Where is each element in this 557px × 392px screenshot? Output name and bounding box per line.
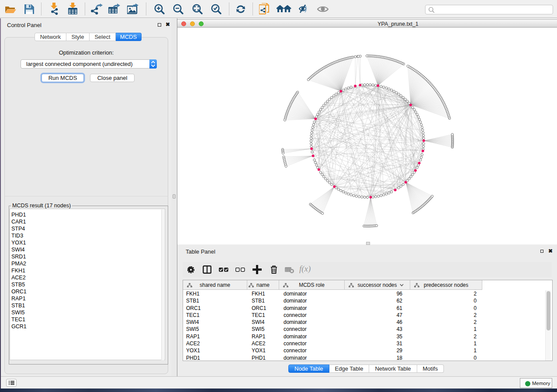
- svg-text:f(x): f(x): [299, 265, 311, 274]
